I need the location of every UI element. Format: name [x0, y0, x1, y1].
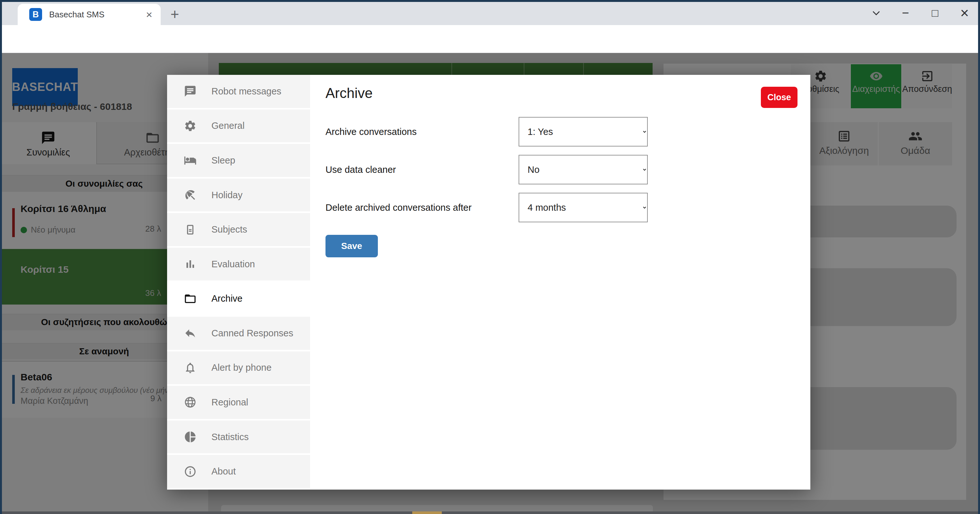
close-button[interactable]: Close: [761, 87, 797, 108]
menu-item-label: Holiday: [212, 190, 243, 201]
menu-item-general[interactable]: General: [167, 110, 310, 144]
browser-toolbar: ← → smsloho.basechat.com/BasechatSMS/16_…: [0, 25, 980, 53]
menu-item-label: Sleep: [212, 155, 235, 166]
archive-conversations-select[interactable]: 1: Yes: [519, 117, 648, 146]
settings-modal: Robot messages General Sleep Holiday Sub…: [167, 75, 810, 490]
window-minimize-button[interactable]: −: [898, 3, 913, 23]
folder-icon: [184, 292, 197, 305]
tab-title: Basechat SMS: [49, 10, 146, 20]
new-tab-button[interactable]: +: [166, 6, 183, 22]
chat-bubble-icon: [184, 85, 197, 98]
menu-item-sleep[interactable]: Sleep: [167, 144, 310, 178]
menu-item-canned-responses[interactable]: Canned Responses: [167, 317, 310, 352]
menu-item-label: Subjects: [212, 224, 247, 235]
menu-item-subjects[interactable]: Subjects: [167, 213, 310, 248]
menu-item-evaluation[interactable]: Evaluation: [167, 248, 310, 282]
modal-menu: Robot messages General Sleep Holiday Sub…: [167, 75, 310, 490]
favicon: B: [29, 8, 42, 21]
info-icon: [184, 465, 197, 478]
window-chevron-icon[interactable]: [869, 3, 884, 23]
menu-item-label: Evaluation: [212, 259, 255, 269]
browser-tab[interactable]: B Basechat SMS ×: [18, 4, 161, 25]
modal-title: Archive: [326, 85, 373, 101]
menu-item-label: Regional: [212, 397, 248, 408]
use-data-cleaner-select[interactable]: No: [519, 155, 648, 185]
menu-item-alert-by-phone[interactable]: Alert by phone: [167, 352, 310, 386]
browser-tab-bar: B Basechat SMS × + − □ ×: [0, 0, 980, 25]
menu-item-statistics[interactable]: Statistics: [167, 420, 310, 455]
globe-icon: [184, 396, 197, 409]
menu-item-holiday[interactable]: Holiday: [167, 178, 310, 213]
bar-chart-icon: [184, 258, 197, 271]
archive-conversations-label: Archive conversations: [326, 127, 518, 137]
window-frame-top: [0, 0, 980, 2]
menu-item-label: Statistics: [212, 432, 249, 442]
menu-item-archive[interactable]: Archive: [167, 282, 310, 317]
window-frame-left: [0, 0, 2, 514]
menu-item-label: About: [212, 466, 236, 477]
browser-window: B Basechat SMS × + − □ × ← → smsloho.bas…: [0, 0, 980, 514]
menu-item-label: General: [212, 121, 245, 131]
use-data-cleaner-label: Use data cleaner: [326, 164, 518, 175]
menu-item-label: Archive: [212, 293, 243, 304]
menu-item-about[interactable]: About: [167, 455, 310, 490]
document-icon: [184, 223, 197, 236]
window-close-button[interactable]: ×: [957, 3, 972, 23]
taskbar-app-icon: [412, 511, 442, 514]
save-button[interactable]: Save: [326, 235, 378, 257]
gear-icon: [184, 119, 197, 132]
bed-icon: [184, 154, 197, 167]
delete-archived-label: Delete archived conversations after: [326, 202, 518, 213]
menu-item-label: Alert by phone: [212, 362, 272, 373]
reply-arrow-icon: [184, 327, 197, 340]
tab-close-icon[interactable]: ×: [146, 9, 152, 20]
menu-item-regional[interactable]: Regional: [167, 386, 310, 420]
form-row: Delete archived conversations after: [326, 193, 518, 222]
menu-item-label: Robot messages: [212, 86, 282, 97]
beach-umbrella-icon: [184, 189, 197, 201]
modal-content: Archive Close Archive conversations 1: Y…: [310, 75, 810, 490]
bell-icon: [184, 361, 197, 374]
taskbar-strip: [0, 511, 980, 514]
form-row: Archive conversations: [326, 117, 518, 146]
pie-chart-icon: [184, 430, 197, 443]
window-frame-right: [978, 0, 980, 514]
window-maximize-button[interactable]: □: [927, 3, 943, 23]
menu-item-label: Canned Responses: [212, 328, 293, 339]
form-row: Use data cleaner: [326, 155, 518, 185]
delete-archived-select[interactable]: 4 months: [519, 193, 648, 222]
menu-item-robot-messages[interactable]: Robot messages: [167, 75, 310, 110]
